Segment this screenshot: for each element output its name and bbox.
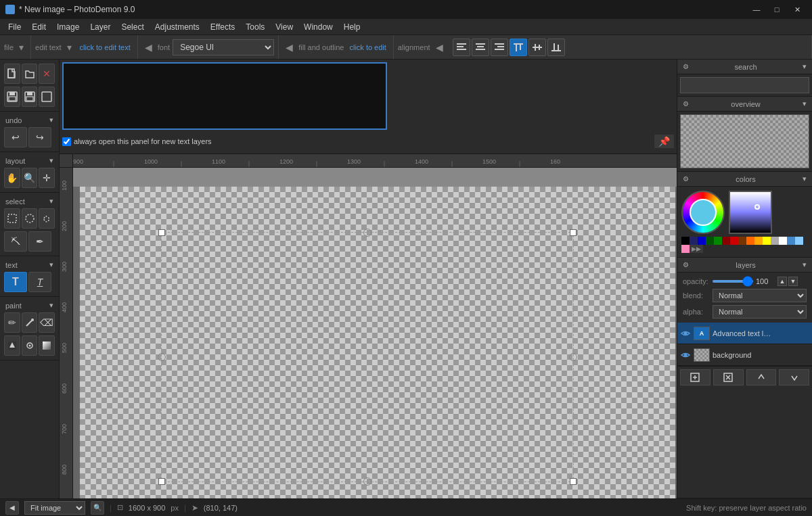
zoom-search-btn[interactable]: 🔍 <box>91 501 104 515</box>
tool-ellipse-select[interactable] <box>22 208 38 229</box>
tool-fill[interactable] <box>4 335 20 356</box>
swatch-red[interactable] <box>730 237 738 245</box>
menu-effects[interactable]: Effects <box>205 21 240 33</box>
align-top-btn[interactable] <box>510 39 527 56</box>
menu-adjustments[interactable]: Adjustments <box>150 21 205 33</box>
click-to-edit-btn[interactable]: click to edit <box>346 42 388 53</box>
handle-tc[interactable] <box>363 229 371 237</box>
overview-header[interactable]: ⚙ overview ▾ <box>677 97 812 112</box>
tool-pen[interactable]: ✒ <box>28 231 51 252</box>
swatch-gray[interactable] <box>771 237 779 245</box>
align-right-btn[interactable] <box>491 39 508 56</box>
font-dropdown[interactable]: Segoe UI Arial Times New Roman <box>173 39 274 55</box>
menu-window[interactable]: Window <box>298 21 338 33</box>
layer-delete-btn[interactable] <box>713 369 744 385</box>
tool-rect-select[interactable] <box>4 208 20 229</box>
tool-pencil[interactable]: ✏ <box>4 312 20 333</box>
tool-brush[interactable] <box>22 312 38 333</box>
handle-tr[interactable] <box>570 229 577 236</box>
canvas-scroll-wrapper[interactable] <box>73 168 677 498</box>
opacity-increment-btn[interactable]: ▲ <box>777 277 787 286</box>
swatch-yellow[interactable] <box>763 237 771 245</box>
minimize-button[interactable]: — <box>747 2 766 17</box>
main-canvas[interactable] <box>80 187 675 498</box>
swatch-darkblue[interactable] <box>690 237 698 245</box>
tool-magic-wand[interactable]: ⛏ <box>4 231 27 252</box>
menu-select[interactable]: Select <box>116 21 149 33</box>
zoom-dropdown[interactable]: Fit image 25% 50% 100% 200% <box>24 501 85 515</box>
handle-mr[interactable] <box>569 353 577 361</box>
more-swatches-btn[interactable]: ▶▶ <box>690 245 703 253</box>
handle-br[interactable] <box>570 478 577 485</box>
text-editor[interactable] <box>62 62 387 130</box>
tool-save[interactable] <box>4 87 20 107</box>
menu-help[interactable]: Help <box>338 21 366 33</box>
pin-button[interactable]: 📌 <box>654 135 674 148</box>
align-left-btn[interactable] <box>453 39 470 56</box>
tool-saveas[interactable] <box>22 87 38 107</box>
menu-layer[interactable]: Layer <box>85 21 116 33</box>
status-left-btn[interactable]: ◀ <box>5 501 19 515</box>
align-bottom-btn[interactable] <box>547 39 565 56</box>
handle-ml[interactable] <box>158 353 166 361</box>
search-input[interactable] <box>680 77 809 93</box>
swatch-skyblue[interactable] <box>795 237 803 245</box>
fill-arrow[interactable]: ◀ <box>283 42 296 53</box>
layer-item-background[interactable]: background <box>677 344 812 366</box>
layer-eye-background[interactable] <box>680 350 691 360</box>
opacity-slider[interactable] <box>713 280 753 283</box>
opacity-decrement-btn[interactable]: ▼ <box>788 277 798 286</box>
layers-header[interactable]: ⚙ layers ▾ <box>677 258 812 273</box>
tool-gradient[interactable] <box>39 335 55 356</box>
tool-clone[interactable] <box>22 335 38 356</box>
swatch-green[interactable] <box>714 237 722 245</box>
layer-item-text[interactable]: A Advanced text l… <box>677 323 812 344</box>
always-open-checkbox[interactable] <box>62 137 71 146</box>
handle-bc[interactable] <box>363 477 371 486</box>
alpha-dropdown[interactable]: Normal Inherit <box>713 305 807 319</box>
tool-redo[interactable]: ↪ <box>28 127 51 147</box>
tool-hand[interactable]: ✋ <box>4 168 20 188</box>
file-arrow[interactable]: ▾ <box>16 42 26 53</box>
tool-move[interactable]: ✛ <box>39 168 55 188</box>
tool-open[interactable] <box>22 64 38 84</box>
search-header[interactable]: ⚙ search ▾ <box>677 60 812 74</box>
swatch-blue[interactable] <box>698 237 706 245</box>
colors-header[interactable]: ⚙ colors ▾ <box>677 172 812 187</box>
tool-text[interactable]: T <box>4 272 27 292</box>
tool-eraser[interactable]: ⌫ <box>39 312 55 333</box>
align-center-btn[interactable] <box>472 39 489 56</box>
maximize-button[interactable]: □ <box>767 2 786 17</box>
swatch-lightblue[interactable] <box>787 237 795 245</box>
tool-lasso[interactable] <box>39 208 55 229</box>
tool-close[interactable]: ✕ <box>39 64 55 84</box>
layer-eye-text[interactable] <box>680 328 691 339</box>
color-wheel[interactable] <box>681 191 725 234</box>
menu-image[interactable]: Image <box>51 21 85 33</box>
blend-dropdown[interactable]: Normal Multiply Screen Overlay <box>713 289 807 302</box>
edit-text-arrow[interactable]: ▾ <box>64 42 74 53</box>
tool-export[interactable] <box>39 87 55 107</box>
swatch-brown[interactable] <box>738 237 746 245</box>
canvas-area[interactable]: always open this panel for new text laye… <box>60 60 677 498</box>
close-button[interactable]: ✕ <box>788 2 807 17</box>
menu-view[interactable]: View <box>270 21 298 33</box>
menu-edit[interactable]: Edit <box>26 21 51 33</box>
click-to-edit-text-btn[interactable]: click to edit text <box>77 42 133 53</box>
color-gradient[interactable] <box>729 191 772 234</box>
swatch-darkgreen[interactable] <box>706 237 714 245</box>
tool-zoom[interactable]: 🔍 <box>22 168 38 188</box>
tool-text-curved[interactable]: T <box>28 272 51 292</box>
swatch-pink[interactable] <box>681 245 690 253</box>
swatch-orange[interactable] <box>746 237 754 245</box>
swatch-darkred[interactable] <box>722 237 730 245</box>
handle-bl[interactable] <box>158 478 165 485</box>
menu-file[interactable]: File <box>3 21 26 33</box>
swatch-amber[interactable] <box>754 237 763 245</box>
alignment-arrow[interactable]: ◀ <box>433 42 446 53</box>
swatch-black[interactable] <box>681 237 690 245</box>
layer-add-btn[interactable] <box>680 369 710 385</box>
layer-up-btn[interactable] <box>746 369 777 385</box>
swatch-white[interactable] <box>779 237 787 245</box>
font-arrow-left[interactable]: ◀ <box>142 42 155 53</box>
